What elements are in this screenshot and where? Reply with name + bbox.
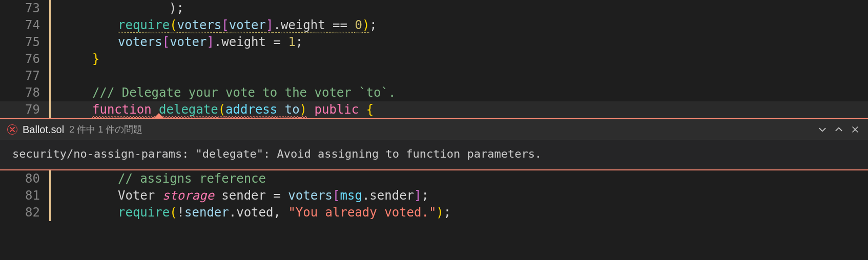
line-number: 75: [0, 34, 49, 51]
code-content[interactable]: Voter storage sender = voters[msg.sender…: [118, 187, 868, 204]
code-content[interactable]: );: [169, 0, 868, 17]
code-line[interactable]: 79function delegate(address to) public {: [0, 101, 868, 118]
code-line[interactable]: 75voters[voter].weight = 1;: [0, 34, 868, 51]
problem-peek-widget: Ballot.sol 2 件中 1 件の問題 security/no-assig…: [0, 118, 868, 170]
peek-message: security/no-assign-params: "delegate": A…: [0, 140, 868, 169]
line-number: 74: [0, 17, 49, 34]
code-line[interactable]: 80// assigns reference: [0, 170, 868, 187]
code-content[interactable]: require(!sender.voted, "You already vote…: [118, 204, 868, 221]
code-line[interactable]: 77: [0, 68, 868, 84]
prev-problem-button[interactable]: [833, 124, 844, 135]
line-number: 76: [0, 51, 49, 68]
code-content[interactable]: [67, 68, 868, 84]
code-content[interactable]: /// Delegate your vote to the voter `to`…: [92, 84, 868, 101]
code-content[interactable]: voters[voter].weight = 1;: [118, 34, 868, 51]
code-content[interactable]: }: [92, 51, 868, 68]
line-number: 80: [0, 170, 49, 187]
code-line[interactable]: 73);: [0, 0, 868, 17]
next-problem-button[interactable]: [817, 124, 828, 135]
code-line[interactable]: 78/// Delegate your vote to the voter `t…: [0, 84, 868, 101]
code-line[interactable]: 76}: [0, 51, 868, 68]
line-number: 77: [0, 68, 49, 84]
close-peek-button[interactable]: [850, 124, 861, 135]
peek-header: Ballot.sol 2 件中 1 件の問題: [0, 119, 868, 140]
peek-filename: Ballot.sol: [23, 124, 64, 136]
peek-pointer: [154, 113, 164, 118]
code-content[interactable]: // assigns reference: [118, 170, 868, 187]
code-content[interactable]: require(voters[voter].weight == 0);: [118, 17, 868, 34]
line-number: 79: [0, 101, 49, 118]
code-line[interactable]: 82require(!sender.voted, "You already vo…: [0, 204, 868, 221]
line-number: 78: [0, 84, 49, 101]
line-number: 81: [0, 187, 49, 204]
code-editor[interactable]: 73);74require(voters[voter].weight == 0)…: [0, 0, 868, 221]
peek-problem-count: 2 件中 1 件の問題: [69, 123, 142, 136]
code-line[interactable]: 81Voter storage sender = voters[msg.send…: [0, 187, 868, 204]
error-icon: [7, 124, 17, 135]
code-content[interactable]: function delegate(address to) public {: [92, 101, 868, 118]
code-line[interactable]: 74require(voters[voter].weight == 0);: [0, 17, 868, 34]
line-number: 82: [0, 204, 49, 221]
line-number: 73: [0, 0, 49, 17]
